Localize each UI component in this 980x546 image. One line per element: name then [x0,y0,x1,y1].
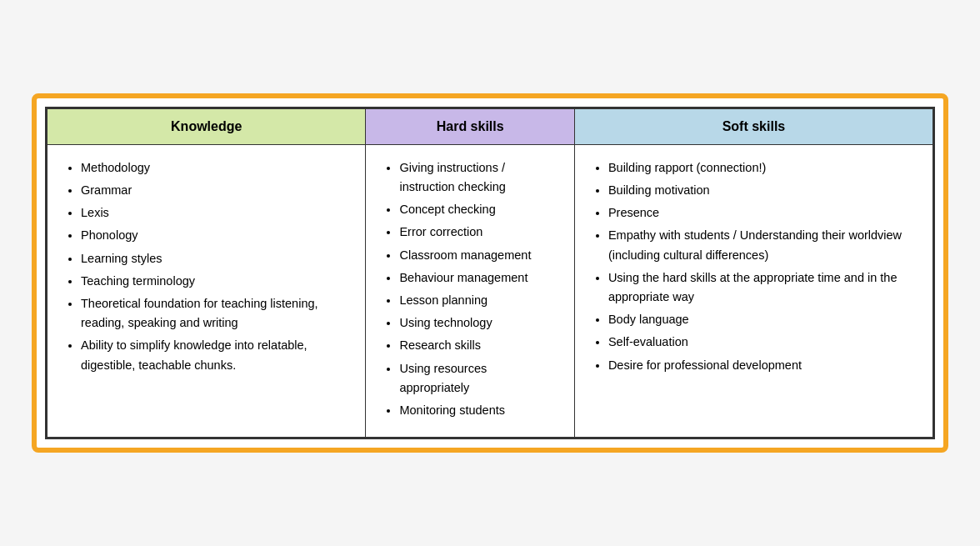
header-soft-skills: Soft skills [574,108,932,144]
list-item: Error correction [399,223,557,242]
list-item: Empathy with students / Understanding th… [608,226,916,264]
list-item: Classroom management [399,246,557,265]
list-item: Teaching terminology [81,272,348,291]
list-item: Using the hard skills at the appropriate… [608,268,916,307]
list-item: Methodology [81,158,348,178]
list-item: Theoretical foundation for teaching list… [81,294,348,333]
outer-border: Knowledge Hard skills Soft skills Method… [32,93,948,453]
list-item: Behaviour management [399,268,557,288]
list-item: Giving instructions / instruction checki… [399,158,557,197]
list-item: Concept checking [399,200,557,219]
list-item: Monitoring students [399,401,557,420]
list-item: Presence [608,203,916,223]
list-item: Grammar [81,181,348,200]
list-item: Research skills [399,336,557,355]
list-item: Building rapport (connection!) [608,158,916,178]
soft-skills-list: Building rapport (connection!) Building … [592,158,916,375]
list-item: Lesson planning [399,291,557,310]
list-item: Lexis [81,203,348,223]
list-item: Building motivation [608,181,916,200]
list-item: Using technology [399,313,557,333]
table-wrapper: Knowledge Hard skills Soft skills Method… [45,107,935,439]
list-item: Body language [608,310,916,329]
knowledge-cell: Methodology Grammar Lexis Phonology Lear… [48,144,366,437]
list-item: Using resources appropriately [399,359,557,398]
list-item: Desire for professional development [608,356,916,375]
hard-skills-cell: Giving instructions / instruction checki… [366,144,574,437]
soft-skills-cell: Building rapport (connection!) Building … [574,144,932,437]
skills-table: Knowledge Hard skills Soft skills Method… [47,108,933,438]
list-item: Ability to simplify knowledge into relat… [81,336,348,374]
list-item: Phonology [81,226,348,245]
header-hard-skills: Hard skills [366,108,574,144]
hard-skills-list: Giving instructions / instruction checki… [382,158,557,420]
list-item: Self-evaluation [608,333,916,352]
header-knowledge: Knowledge [48,108,366,144]
list-item: Learning styles [81,249,348,268]
knowledge-list: Methodology Grammar Lexis Phonology Lear… [64,158,348,375]
